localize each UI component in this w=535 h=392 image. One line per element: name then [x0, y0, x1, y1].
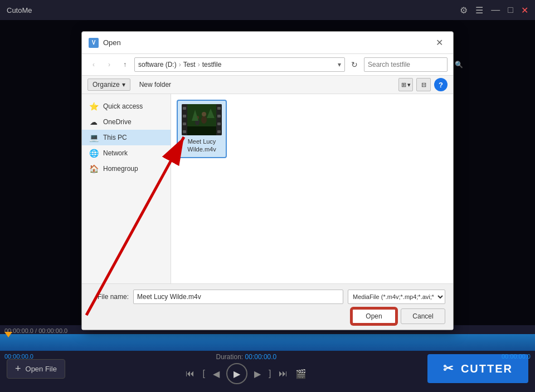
sidebar-item-network[interactable]: 🌐 Network: [82, 145, 171, 161]
file-name: Meet Lucy Wilde.m4v: [181, 138, 222, 154]
skip-to-end-button[interactable]: ⏭: [278, 367, 289, 380]
sidebar-label-network: Network: [103, 149, 128, 157]
toolbar-left: Organize ▾ New folder: [87, 79, 176, 91]
organize-label: Organize: [93, 81, 120, 89]
breadcrumb-folder1: Test: [183, 61, 196, 68]
step-back-button[interactable]: ◀: [212, 367, 221, 380]
film-strip-left: [182, 104, 187, 135]
footer-filename-row: File name: MediaFile (*.m4v;*.mp4;*.avi;…: [90, 290, 445, 304]
play-pause-button[interactable]: ▶: [226, 363, 247, 384]
close-button[interactable]: ✕: [521, 5, 528, 16]
maximize-button[interactable]: □: [508, 5, 513, 15]
dialog-title-bar: V Open ✕: [82, 32, 453, 54]
title-bar-controls: ⚙ ☰ — □ ✕: [460, 5, 528, 16]
open-file-dialog: V Open ✕ ‹ › ↑ software (D:) › Test › te…: [81, 31, 454, 330]
open-file-label: Open File: [26, 365, 57, 373]
new-folder-button[interactable]: New folder: [135, 79, 176, 90]
app-title: CutoMe: [7, 6, 32, 14]
timeline-bar: 00:00:00.0 / 00:00:00.0 00:00:00.0 00:00…: [0, 325, 535, 392]
forward-button[interactable]: ›: [103, 58, 115, 71]
search-icon[interactable]: 🔍: [455, 58, 463, 71]
scissors-icon: ✂: [443, 361, 454, 376]
timeline-playhead: [4, 332, 12, 337]
files-area: Meet Lucy Wilde.m4v: [171, 94, 453, 283]
duration-label: Duration:: [216, 353, 244, 361]
search-input[interactable]: [364, 61, 455, 68]
search-box: 🔍: [364, 57, 448, 72]
refresh-button[interactable]: ↻: [348, 58, 361, 71]
dialog-toolbar: Organize ▾ New folder ⊞▾ ⊟ ?: [82, 76, 453, 94]
breadcrumb[interactable]: software (D:) › Test › testfile ▾: [134, 57, 345, 72]
skip-back-start-button[interactable]: ⏮: [184, 367, 196, 380]
dialog-footer: File name: MediaFile (*.m4v;*.mp4;*.avi;…: [82, 283, 453, 330]
view-toggle-button[interactable]: ⊞▾: [398, 78, 413, 91]
step-forward-button[interactable]: ▶: [253, 367, 262, 380]
timeline-fill: [0, 334, 535, 351]
minimize-button[interactable]: —: [491, 5, 500, 15]
open-button[interactable]: Open: [352, 308, 396, 324]
organize-button[interactable]: Organize ▾: [87, 79, 130, 91]
breadcrumb-drive: software (D:): [138, 61, 177, 68]
screenshot-button[interactable]: 🎬: [294, 367, 308, 380]
frame-forward-button[interactable]: ]: [268, 367, 272, 380]
sidebar-label-quick-access: Quick access: [103, 102, 143, 110]
settings-icon[interactable]: ⚙: [460, 5, 468, 16]
dialog-sidebar: ⭐ Quick access ☁ OneDrive 💻 This PC 🌐 Ne…: [82, 94, 171, 283]
dialog-overlay: V Open ✕ ‹ › ↑ software (D:) › Test › te…: [0, 20, 535, 325]
dialog-title-text: Open: [103, 38, 121, 47]
help-button[interactable]: ?: [434, 78, 448, 91]
controls-left: + Open File: [7, 359, 65, 379]
organize-arrow-icon: ▾: [122, 81, 125, 89]
controls-bar: + Open File Duration: 00:00:00.0 ⏮ [ ◀ ▶…: [0, 351, 535, 382]
this-pc-icon: 💻: [89, 133, 99, 143]
breadcrumb-folder2: testfile: [202, 61, 222, 68]
quick-access-icon: ⭐: [89, 101, 99, 111]
toolbar-right: ⊞▾ ⊟ ?: [398, 78, 448, 91]
menu-icon[interactable]: ☰: [475, 5, 483, 16]
view-dropdown-icon: ▾: [407, 81, 411, 89]
homegroup-icon: 🏠: [89, 164, 99, 174]
footer-buttons-row: Open Cancel: [90, 308, 445, 324]
timeline-track[interactable]: 00:00:00.0 00:00:00.0: [0, 334, 535, 351]
frame-back-button[interactable]: [: [201, 367, 206, 380]
network-icon: 🌐: [89, 148, 99, 158]
pane-toggle-button[interactable]: ⊟: [416, 78, 431, 91]
start-time-label: 00:00:00.0: [4, 353, 33, 360]
main-video-area: V Open ✕ ‹ › ↑ software (D:) › Test › te…: [0, 20, 535, 325]
sidebar-item-homegroup[interactable]: 🏠 Homegroup: [82, 161, 171, 177]
total-time-label: 00:00:00.0 / 00:00:00.0: [4, 327, 67, 334]
playback-controls: ⏮ [ ◀ ▶ ▶ ] ⏭ 🎬: [184, 363, 308, 384]
onedrive-icon: ☁: [89, 117, 99, 127]
back-button[interactable]: ‹: [87, 58, 100, 71]
file-thumbnail: [182, 104, 222, 135]
filename-input[interactable]: [133, 290, 343, 304]
cancel-button[interactable]: Cancel: [401, 308, 445, 324]
svg-rect-1: [187, 126, 216, 135]
title-bar-left: CutoMe: [7, 6, 32, 14]
dialog-title-left: V Open: [89, 38, 121, 48]
sidebar-label-homegroup: Homegroup: [103, 165, 138, 173]
cutter-label: CUTTER: [461, 362, 513, 375]
sidebar-item-this-pc[interactable]: 💻 This PC: [82, 130, 171, 145]
film-strip-right: [216, 104, 222, 135]
sidebar-label-this-pc: This PC: [103, 134, 127, 141]
title-bar: CutoMe ⚙ ☰ — □ ✕: [0, 0, 535, 20]
svg-point-2: [201, 116, 207, 124]
sidebar-item-quick-access[interactable]: ⭐ Quick access: [82, 99, 171, 114]
up-button[interactable]: ↑: [119, 58, 131, 71]
duration-display: Duration: 00:00:00.0: [216, 353, 277, 361]
film-content: [187, 104, 216, 135]
address-bar: ‹ › ↑ software (D:) › Test › testfile ▾ …: [82, 54, 453, 76]
controls-center: Duration: 00:00:00.0 ⏮ [ ◀ ▶ ▶ ] ⏭ 🎬: [184, 353, 308, 384]
end-time-label: 00:00:00.0: [502, 353, 531, 360]
dialog-close-button[interactable]: ✕: [432, 36, 446, 49]
dialog-body: ⭐ Quick access ☁ OneDrive 💻 This PC 🌐 Ne…: [82, 94, 453, 283]
breadcrumb-chevron[interactable]: ▾: [338, 61, 341, 68]
open-file-button[interactable]: + Open File: [7, 359, 65, 379]
duration-value: 00:00:00.0: [245, 353, 277, 361]
plus-icon: +: [15, 363, 21, 375]
file-item-meet-lucy-wilde[interactable]: Meet Lucy Wilde.m4v: [177, 100, 227, 158]
filetype-select[interactable]: MediaFile (*.m4v;*.mp4;*.avi;*.t: [348, 290, 445, 304]
dialog-app-icon: V: [89, 38, 99, 48]
sidebar-item-onedrive[interactable]: ☁ OneDrive: [82, 114, 171, 130]
